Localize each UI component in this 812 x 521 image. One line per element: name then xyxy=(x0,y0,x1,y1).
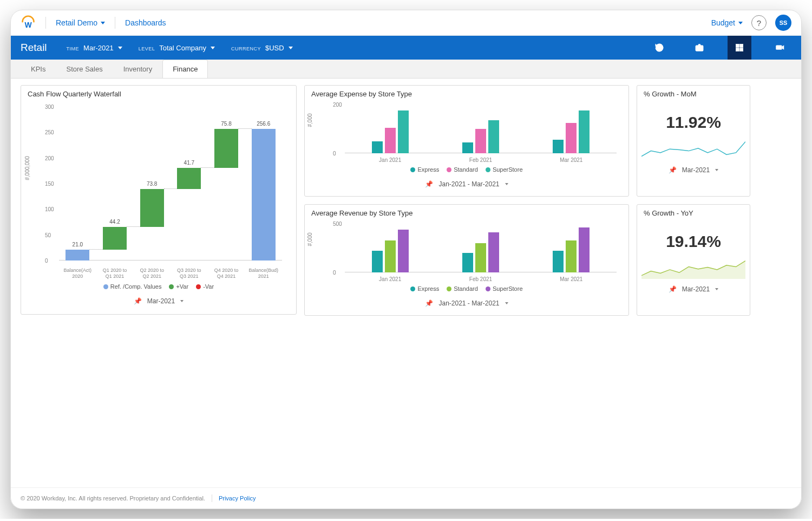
chevron-down-icon xyxy=(738,22,743,24)
chevron-down-icon xyxy=(211,47,215,49)
level-picker-label: LEVEL xyxy=(139,46,155,51)
budget-label: Budget xyxy=(711,18,735,27)
panel-expense: Average Expense by Store Type #,000 0200… xyxy=(304,85,629,197)
svg-text:W: W xyxy=(24,21,32,29)
panel-title: Average Revenue by Store Type xyxy=(305,205,628,222)
y-axis-label: #,000 xyxy=(307,232,313,246)
help-icon[interactable]: ? xyxy=(751,15,767,30)
time-picker-value: Mar-2021 xyxy=(83,44,114,52)
legend-item: +Var xyxy=(169,283,188,290)
footer-range: Jan-2021 - Mar-2021 xyxy=(438,180,499,188)
legend-item: Express xyxy=(410,285,439,292)
panel-yoy: % Growth - YoY 19.14% 📌 Mar-2021 xyxy=(637,204,750,316)
tab-inventory[interactable]: Inventory xyxy=(113,60,162,78)
present-button[interactable] xyxy=(768,36,791,60)
budget-dropdown[interactable]: Budget xyxy=(711,18,743,27)
chevron-down-icon xyxy=(118,47,122,49)
chevron-down-icon xyxy=(505,302,508,304)
panel-footer-dropdown[interactable]: 📌 Mar-2021 xyxy=(637,161,750,180)
legend-item: Standard xyxy=(447,285,478,292)
svg-rect-4 xyxy=(740,44,743,47)
panel-footer-dropdown[interactable]: 📌 Mar-2021 xyxy=(637,280,750,299)
filter-bar: Retail TIME Mar-2021 LEVEL Total Company… xyxy=(11,36,801,60)
level-picker[interactable]: LEVEL Total Company xyxy=(139,44,215,52)
privacy-link[interactable]: Privacy Policy xyxy=(219,495,256,502)
workday-logo[interactable]: W xyxy=(21,15,36,30)
workspace-dropdown[interactable]: Retail Demo xyxy=(56,18,105,27)
user-avatar[interactable]: SS xyxy=(775,15,791,31)
time-picker[interactable]: TIME Mar-2021 xyxy=(67,44,122,52)
time-picker-label: TIME xyxy=(67,46,80,51)
nav-dashboards-link[interactable]: Dashboards xyxy=(125,18,166,27)
pin-icon: 📌 xyxy=(669,166,677,174)
footer-range: Mar-2021 xyxy=(682,285,710,293)
currency-picker[interactable]: CURRENCY $USD xyxy=(231,44,293,52)
y-axis-label: #,000,000 xyxy=(24,156,30,180)
revenue-legend: Express Standard SuperStore xyxy=(305,283,628,294)
legend-item: -Var xyxy=(196,283,214,290)
chevron-down-icon xyxy=(715,288,718,290)
legend-item: SuperStore xyxy=(486,285,523,292)
footer-range: Mar-2021 xyxy=(682,166,710,174)
panel-revenue: Average Revenue by Store Type #,000 0500… xyxy=(304,204,629,316)
screenshot-button[interactable] xyxy=(687,36,711,60)
refresh-button[interactable] xyxy=(647,36,671,60)
currency-picker-value: $USD xyxy=(265,44,284,52)
chevron-down-icon xyxy=(289,47,293,49)
panel-title: Average Expense by Store Type xyxy=(305,86,628,102)
tab-store-sales[interactable]: Store Sales xyxy=(56,60,113,78)
tab-kpis[interactable]: KPIs xyxy=(21,60,56,78)
panel-title: % Growth - MoM xyxy=(637,86,750,102)
footer-range: Mar-2021 xyxy=(147,297,175,305)
pin-icon: 📌 xyxy=(425,180,433,188)
legend-item: Standard xyxy=(447,166,478,173)
svg-marker-8 xyxy=(782,45,784,50)
divider xyxy=(115,17,115,29)
kpi-value-mom: 11.92% xyxy=(637,113,750,132)
expense-legend: Express Standard SuperStore xyxy=(305,164,628,175)
svg-rect-7 xyxy=(776,45,782,50)
svg-point-2 xyxy=(698,47,700,50)
legend-item: SuperStore xyxy=(486,166,523,173)
chevron-down-icon xyxy=(180,300,184,302)
waterfall-chart: #,000,000 05010015020025030021.044.273.8… xyxy=(45,106,284,279)
tab-list: KPIsStore SalesInventoryFinance xyxy=(21,60,208,78)
chevron-down-icon xyxy=(505,183,508,185)
divider xyxy=(45,17,46,29)
expense-chart: #,000 0200 Jan 2021Feb 2021Mar 2021 xyxy=(334,105,618,163)
svg-rect-5 xyxy=(736,48,739,51)
tab-row: KPIsStore SalesInventoryFinance xyxy=(11,60,801,79)
panel-mom: % Growth - MoM 11.92% 📌 Mar-2021 xyxy=(637,85,750,197)
svg-rect-3 xyxy=(736,44,739,47)
panel-footer-dropdown[interactable]: 📌 Jan-2021 - Mar-2021 xyxy=(305,294,628,314)
panel-waterfall: Cash Flow Quarterly Waterfall #,000,000 … xyxy=(21,85,297,315)
pin-icon: 📌 xyxy=(425,299,433,307)
page-footer: © 2020 Workday, Inc. All rights reserved… xyxy=(11,487,801,509)
grid-view-button[interactable] xyxy=(728,36,751,60)
pin-icon: 📌 xyxy=(669,285,677,293)
legend-item: Ref. /Comp. Values xyxy=(103,283,162,290)
pin-icon: 📌 xyxy=(134,297,142,305)
header-bar: W Retail Demo Dashboards Budget ? SS xyxy=(11,10,801,36)
copyright-text: © 2020 Workday, Inc. All rights reserved… xyxy=(21,495,205,502)
panel-footer-dropdown[interactable]: 📌 Jan-2021 - Mar-2021 xyxy=(305,175,628,194)
app-window: W Retail Demo Dashboards Budget ? SS Ret… xyxy=(10,10,802,509)
workspace-label: Retail Demo xyxy=(56,18,97,27)
tab-finance[interactable]: Finance xyxy=(162,60,208,78)
kpi-value-yoy: 19.14% xyxy=(637,232,750,251)
svg-rect-6 xyxy=(740,48,743,51)
footer-range: Jan-2021 - Mar-2021 xyxy=(438,299,499,307)
panel-footer-dropdown[interactable]: 📌 Mar-2021 xyxy=(21,292,296,311)
panel-title: % Growth - YoY xyxy=(637,205,750,222)
revenue-chart: #,000 0500 Jan 2021Feb 2021Mar 2021 xyxy=(334,224,618,282)
level-picker-value: Total Company xyxy=(159,44,206,52)
y-axis-label: #,000 xyxy=(307,113,313,127)
chevron-down-icon xyxy=(101,22,105,24)
panel-title: Cash Flow Quarterly Waterfall xyxy=(21,86,296,102)
mom-sparkline xyxy=(641,140,745,160)
legend-item: Express xyxy=(410,166,439,173)
dashboard-content: Cash Flow Quarterly Waterfall #,000,000 … xyxy=(11,79,801,487)
page-title: Retail xyxy=(21,42,47,54)
currency-picker-label: CURRENCY xyxy=(231,46,261,51)
chevron-down-icon xyxy=(715,169,718,171)
